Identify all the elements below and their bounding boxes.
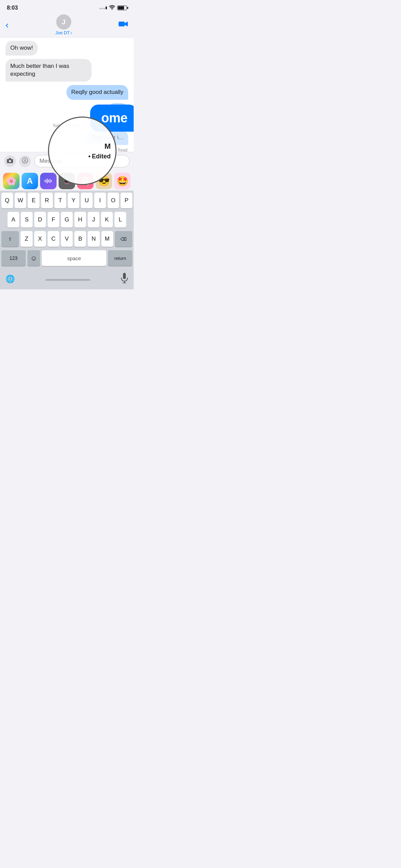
keyboard-row-2: A S D F G H J K L [1, 212, 132, 228]
key-u[interactable]: U [81, 193, 93, 208]
app-shortcuts: 🌸 A [0, 170, 134, 191]
key-f[interactable]: F [48, 212, 59, 228]
outgoing-bubble: Reqlly good actually [66, 85, 128, 100]
svg-rect-6 [44, 180, 45, 182]
message-row: Yes! [5, 103, 128, 120]
appstore-shortcut[interactable]: A [22, 173, 38, 189]
key-h[interactable]: H [74, 212, 86, 228]
svg-text:A: A [24, 158, 27, 163]
bottom-bar: 🌐 [0, 267, 134, 289]
input-bar: A [0, 152, 134, 170]
contact-info[interactable]: J Joe DT › [56, 14, 72, 35]
read-receipt: Read [5, 148, 128, 152]
incoming-bubble: Oh wow! [5, 41, 38, 56]
key-c[interactable]: C [48, 231, 59, 247]
svg-rect-10 [50, 179, 50, 183]
svg-rect-20 [123, 273, 126, 279]
shift-key[interactable]: ⇧ [1, 231, 19, 247]
dynamic-island-shortcut[interactable] [59, 173, 75, 189]
numeric-key[interactable]: 123 [1, 250, 26, 266]
outgoing-bubble: Yes! [108, 103, 128, 118]
key-q[interactable]: Q [1, 193, 13, 208]
key-n[interactable]: N [88, 231, 99, 247]
photos-shortcut[interactable]: 🌸 [3, 173, 20, 189]
key-x[interactable]: X [34, 231, 46, 247]
key-e[interactable]: E [28, 193, 39, 208]
svg-point-13 [65, 180, 69, 182]
svg-point-2 [9, 160, 11, 162]
key-z[interactable]: Z [21, 231, 32, 247]
key-o[interactable]: O [108, 193, 119, 208]
keyboard: Q W E R T Y U I O P A S D F G H J K L ⇧ … [0, 191, 134, 267]
message-row: Much better than I was expecting [5, 59, 128, 84]
apps-button[interactable]: A [19, 155, 31, 167]
key-v[interactable]: V [61, 231, 73, 247]
key-k[interactable]: K [101, 212, 113, 228]
messages-area: Oh wow! Much better than I was expecting… [0, 38, 134, 152]
incoming-bubble: Much better than I was expecting [5, 59, 92, 82]
battery-icon [117, 5, 127, 10]
key-r[interactable]: R [41, 193, 53, 208]
video-call-button[interactable] [119, 21, 128, 29]
key-j[interactable]: J [88, 212, 99, 228]
keyboard-row-4: 123 ☺ space return [1, 250, 132, 266]
key-p[interactable]: P [121, 193, 132, 208]
svg-rect-11 [51, 180, 52, 182]
space-key[interactable]: space [42, 250, 106, 266]
keyboard-row-1: Q W E R T Y U I O P [1, 193, 132, 208]
avatar: J [56, 14, 71, 29]
home-indicator [46, 279, 90, 281]
svg-rect-9 [48, 180, 49, 182]
message-input[interactable] [34, 155, 130, 167]
apps-icon: A [22, 157, 28, 165]
memoji-shortcut1[interactable]: 😎 [96, 173, 112, 189]
outgoing-bubble: This user i... [87, 130, 128, 145]
globe-button[interactable]: 🌐 [0, 272, 20, 286]
camera-icon [7, 158, 13, 165]
key-l[interactable]: L [114, 212, 126, 228]
microphone-button[interactable] [115, 270, 134, 288]
back-button[interactable]: ‹ [5, 20, 9, 31]
timestamp: Today, 8:02 PM [5, 123, 128, 128]
wifi-icon [109, 5, 115, 11]
key-s[interactable]: S [21, 212, 33, 228]
memoji-shortcut2[interactable]: 🤩 [114, 173, 131, 189]
contact-name: Joe DT › [56, 30, 72, 35]
delete-key[interactable]: ⌫ [115, 231, 132, 247]
key-w[interactable]: W [15, 193, 26, 208]
svg-point-14 [66, 178, 68, 180]
nav-bar: ‹ J Joe DT › [0, 13, 134, 38]
camera-button[interactable] [4, 155, 16, 167]
status-time: 8:03 [7, 5, 18, 11]
key-b[interactable]: B [74, 231, 86, 247]
key-a[interactable]: A [8, 212, 19, 228]
svg-rect-3 [9, 158, 11, 159]
svg-rect-8 [47, 179, 48, 183]
keyboard-row-3: ⇧ Z X C V B N M ⌫ [1, 231, 132, 247]
return-key[interactable]: return [108, 250, 132, 266]
key-t[interactable]: T [54, 193, 66, 208]
message-row: Reqlly good actually [5, 85, 128, 102]
search-web-shortcut[interactable] [77, 173, 94, 189]
status-icons [99, 5, 127, 11]
key-y[interactable]: Y [68, 193, 80, 208]
signal-icon [99, 7, 107, 9]
message-row: Oh wow! [5, 41, 128, 58]
emoji-key[interactable]: ☺ [27, 250, 40, 266]
svg-rect-7 [46, 179, 46, 183]
key-i[interactable]: I [94, 193, 106, 208]
key-m[interactable]: M [101, 231, 113, 247]
status-bar: 8:03 [0, 0, 134, 13]
key-g[interactable]: G [61, 212, 73, 228]
message-row: This user i... [5, 130, 128, 147]
key-d[interactable]: D [34, 212, 46, 228]
audio-shortcut[interactable] [40, 173, 57, 189]
messages-page: 8:03 ‹ [0, 0, 134, 289]
svg-rect-0 [119, 22, 125, 26]
